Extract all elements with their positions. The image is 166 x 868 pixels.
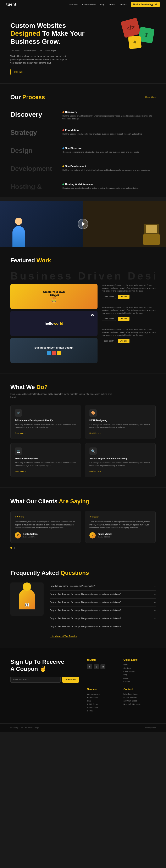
signup-submit-button[interactable]: Subscribe: [62, 677, 79, 683]
play-button[interactable]: [78, 219, 88, 229]
footer-link-dev[interactable]: Development: [87, 707, 119, 709]
work-grid: Create Your Own Burger 🍔 helloworld 👁 Bu…: [10, 284, 156, 363]
testimonial-nav-dot-2[interactable]: [14, 547, 16, 549]
footer-link-hosting[interactable]: Hosting: [87, 710, 119, 712]
work-case-study-btn-1[interactable]: Case Study: [102, 294, 116, 299]
faq-question-5: Do you offer discounts for non-profit or…: [50, 625, 152, 628]
signup-email-input[interactable]: [10, 677, 61, 683]
hero-content: Custom Websites Designed To Make Your Bu…: [10, 22, 90, 75]
faq-arrow-3: +: [154, 609, 156, 612]
footer-link-uxui[interactable]: UX/UI Design: [87, 703, 119, 705]
process-item-strategy: Strategy Foundation Building a strong fo…: [10, 125, 156, 143]
work-live-site-btn-3[interactable]: Live Site: [118, 339, 130, 343]
dot-strategy: [62, 129, 64, 131]
footer-link-services[interactable]: Services: [123, 667, 156, 669]
testimonials-grid: ★★★★★ There are many variations of passa…: [10, 511, 156, 543]
faq-question-2: Do you offer discounts for non-profit or…: [50, 601, 152, 603]
social-facebook-icon[interactable]: f: [87, 664, 92, 669]
work-card-digital[interactable]: Business driven digital design: [10, 338, 98, 363]
footer-link-blog[interactable]: Blog: [123, 674, 156, 676]
logo[interactable]: tuenti: [6, 2, 18, 7]
faq-title-accent: Questions: [61, 569, 89, 576]
faq-item-4[interactable]: Do you offer discounts for non-profit or…: [50, 615, 156, 623]
footer-link-contact[interactable]: Contact: [123, 680, 156, 682]
work-detail-desc-3: Work with team from around the world and…: [102, 328, 156, 337]
faq-item-5[interactable]: Do you offer discounts for non-profit or…: [50, 623, 156, 631]
nav-about[interactable]: About: [109, 3, 115, 6]
service-seo-link[interactable]: Read More →: [89, 470, 101, 472]
faq-arrow-5: +: [154, 625, 156, 628]
dot-development: [62, 165, 64, 167]
service-webdev-desc: It is a long established fact that a rea…: [15, 461, 77, 467]
process-detail-text-design: Creating a comprehensive site structure …: [62, 151, 156, 154]
hello-eye-icon: 👁: [91, 313, 94, 317]
nav-case-studies[interactable]: Case Studies: [82, 3, 96, 6]
footer-link-webdesign[interactable]: Website Design: [87, 693, 119, 695]
nav-blog[interactable]: Blog: [100, 3, 105, 6]
desk-shape: [143, 234, 160, 245]
featured-title: Featured Work: [10, 257, 156, 264]
signup-left: Sign Up To Receive A Coupon ✌ Subscribe: [10, 658, 79, 713]
testimonial-1-author-info: Kristin Watson October 2190/22: [23, 532, 37, 538]
service-webdev-link[interactable]: Read More →: [15, 470, 26, 472]
faq-item-0[interactable]: How do I pay for the Essentials or Premi…: [50, 583, 156, 591]
process-detail-title-design: Site Structure: [62, 147, 156, 150]
process-item-hosting: Hosting & Hosting & Maintenance Ensuring…: [10, 179, 156, 197]
service-seo-icon: 🔍: [89, 447, 97, 455]
process-read-more[interactable]: Read More: [145, 96, 156, 98]
faq-arrow-0: +: [154, 585, 156, 588]
star-symbol: ✦: [132, 39, 138, 46]
nav-services[interactable]: Services: [69, 3, 78, 6]
nav-cta-button[interactable]: Book a free strategy call: [131, 2, 160, 7]
marquee-container: Business Driven Design Hello World Busin…: [10, 270, 156, 282]
footer-link-case[interactable]: Case Studies: [123, 671, 156, 673]
hero-shape-red: </>: [120, 18, 141, 38]
digital-card-title: Business driven digital design: [34, 346, 74, 349]
process-detail-text-hosting: Ensuring your website stays online and u…: [62, 187, 156, 190]
faq-item-3[interactable]: Do you offer discounts for non-profit or…: [50, 607, 156, 615]
service-ecommerce-link[interactable]: Read More →: [15, 432, 26, 434]
testimonial-nav-dot-1[interactable]: [10, 547, 12, 549]
featured-section: Featured Work Business Driven Design Hel…: [0, 247, 166, 373]
footer-privacy[interactable]: Privacy Policy: [145, 727, 156, 728]
work-case-study-btn-2[interactable]: Case Study: [102, 317, 116, 321]
testimonial-1: ★★★★★ There are many variations of passa…: [10, 511, 81, 543]
work-card-hello[interactable]: helloworld 👁: [10, 311, 98, 336]
footer-link-home[interactable]: Home: [123, 664, 156, 666]
footer-link-seo[interactable]: SEO: [87, 700, 119, 702]
testimonial-2-stars: ★★★★★: [89, 515, 151, 519]
work-card-burger[interactable]: Create Your Own Burger 🍔: [10, 284, 98, 309]
service-uxui-icon: 🎨: [89, 409, 97, 416]
footer-link-about[interactable]: About: [123, 677, 156, 679]
work-live-site-btn-2[interactable]: Live Site: [118, 317, 130, 321]
service-uxui-link[interactable]: Read More →: [89, 432, 101, 434]
hero-description: Work with team from around the world and…: [10, 55, 68, 65]
footer-col-2: Services Website Design E-Commerce SEO U…: [87, 688, 119, 713]
services-grid: 🛒 E-Commerce Development Shopify It is a…: [10, 405, 156, 477]
nav-links: Services Case Studies Blog About Contact…: [69, 2, 160, 7]
footer-phone[interactable]: +1 234 567 890: [123, 696, 156, 699]
work-case-study-btn-3[interactable]: Case Study: [102, 339, 116, 343]
testimonial-2-author-name: Kristin Watson: [98, 532, 112, 536]
faq-cta[interactable]: Let's talk About Your Brand →: [50, 635, 156, 638]
footer-link-ecom[interactable]: E-Commerce: [87, 696, 119, 699]
footer-email[interactable]: hello@tuenti.com: [123, 693, 156, 695]
faq-item-1[interactable]: Do you offer discounts for non-profit or…: [50, 591, 156, 599]
services-title-part1: What We: [10, 384, 36, 390]
figure-head: [15, 218, 22, 225]
hero-section: Custom Websites Designed To Make Your Bu…: [0, 9, 166, 83]
service-ecommerce-icon: 🛒: [15, 409, 22, 416]
footer-copyright: © 2023 By TL Inc. - An Inhouse Design: [10, 727, 39, 728]
process-label-hosting: Hosting &: [10, 183, 56, 191]
work-live-site-btn-1[interactable]: Live Site: [118, 294, 130, 299]
faq-question-0: How do I pay for the Essentials or Premi…: [50, 585, 152, 587]
social-linkedin-icon[interactable]: in: [101, 664, 105, 669]
process-divider-3: [56, 147, 56, 157]
nav-contact[interactable]: Contact: [119, 3, 127, 6]
work-btns-2: Case Study Live Site: [102, 317, 156, 321]
social-twitter-icon[interactable]: t: [94, 664, 99, 669]
faq-arrow-1: +: [154, 593, 156, 596]
faq-item-2[interactable]: Do you offer discounts for non-profit or…: [50, 599, 156, 607]
faq-image: 👀: [10, 583, 44, 616]
hero-cta-button[interactable]: let's talk →: [10, 69, 29, 75]
